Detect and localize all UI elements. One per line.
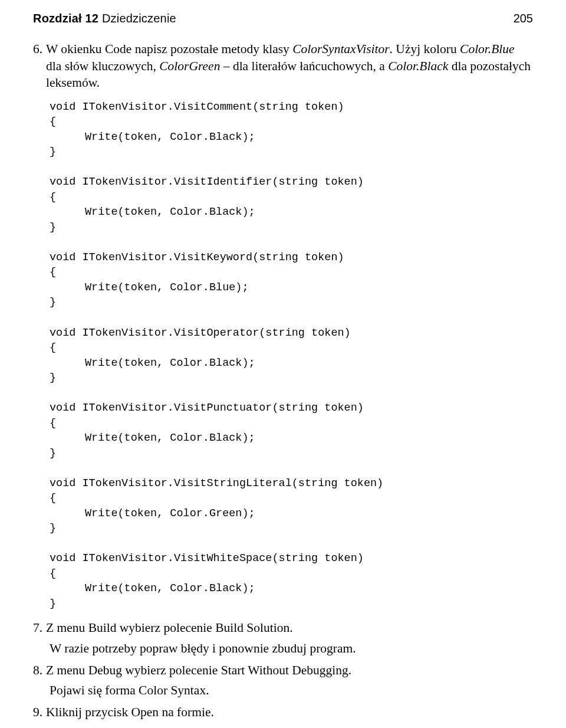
code-l18: Write(token, Color.Black); — [85, 356, 255, 371]
chapter-label: Rozdział 12 — [33, 12, 98, 25]
code-l6: void ITokenVisitor.VisitIdentifier(strin… — [50, 176, 364, 188]
step-6: 6. W okienku Code napisz pozostałe metod… — [33, 41, 533, 91]
code-l17: { — [50, 342, 56, 354]
code-l11: void ITokenVisitor.VisitKeyword(string t… — [50, 251, 344, 264]
step-6-body: W okienku Code napisz pozostałe metody k… — [46, 41, 533, 91]
code-l24: } — [50, 447, 56, 460]
code-l16: void ITokenVisitor.VisitOperator(string … — [50, 327, 351, 339]
page-header: Rozdział 12 Dziedziczenie 205 — [33, 12, 533, 25]
step-8-body: Z menu Debug wybierz polecenie Start Wit… — [46, 662, 533, 679]
header-left: Rozdział 12 Dziedziczenie — [33, 12, 176, 25]
step-8-num: 8. — [33, 662, 46, 679]
step-9-sub: W polu wzbogaconego tekstu ukaże się kod… — [50, 724, 533, 728]
step-9-num: 9. — [33, 704, 46, 721]
code-l14: } — [50, 296, 56, 309]
step-9-body: Kliknij przycisk Open na formie. — [46, 704, 533, 721]
step-7-line1: Z menu Build wybierz polecenie Build Sol… — [46, 621, 293, 635]
code-l21: void ITokenVisitor.VisitPunctuator(strin… — [50, 402, 364, 414]
step-6-color-2: ColorGreen — [159, 59, 220, 73]
code-l28: Write(token, Color.Green); — [85, 506, 255, 522]
step-6-class-1: ColorSyntaxVisitor — [292, 42, 389, 56]
code-l26: void ITokenVisitor.VisitStringLiteral(st… — [50, 477, 383, 490]
step-8-line2: Pojawi się forma Color Syntax. — [50, 683, 209, 697]
step-8-sub: Pojawi się forma Color Syntax. — [50, 682, 533, 699]
step-6-color-3: Color.Black — [388, 59, 448, 73]
step-6-text-4: – dla literałów łańcuchowych, a — [220, 59, 388, 73]
code-l3: Write(token, Color.Black); — [85, 130, 255, 145]
code-block: void ITokenVisitor.VisitComment(string t… — [50, 100, 533, 612]
step-9: 9. Kliknij przycisk Open na formie. — [33, 704, 533, 721]
code-l33: Write(token, Color.Black); — [85, 581, 255, 596]
step-6-text-3: dla słów kluczowych, — [46, 59, 159, 73]
step-7: 7. Z menu Build wybierz polecenie Build … — [33, 619, 533, 637]
page-number: 205 — [514, 12, 533, 25]
step-7-body: Z menu Build wybierz polecenie Build Sol… — [46, 619, 533, 637]
step-7-num: 7. — [33, 619, 46, 637]
code-l7: { — [50, 191, 56, 204]
code-l2: { — [50, 116, 56, 128]
code-l23: Write(token, Color.Black); — [85, 431, 255, 446]
step-7-line2: W razie potrzeby popraw błędy i ponownie… — [50, 641, 356, 655]
code-l19: } — [50, 372, 56, 384]
code-l22: { — [50, 417, 56, 429]
chapter-title: Dziedziczenie — [102, 12, 176, 25]
page-container: Rozdział 12 Dziedziczenie 205 6. W okien… — [0, 0, 566, 728]
step-7-sub: W razie potrzeby popraw błędy i ponownie… — [50, 640, 533, 657]
code-l4: } — [50, 146, 56, 158]
step-9-line1: Kliknij przycisk Open na formie. — [46, 705, 214, 719]
step-6-text-1: W okienku Code napisz pozostałe metody k… — [46, 42, 292, 56]
body: 6. W okienku Code napisz pozostałe metod… — [33, 41, 533, 728]
code-l31: void ITokenVisitor.VisitWhiteSpace(strin… — [50, 552, 364, 565]
code-l13: Write(token, Color.Blue); — [85, 280, 249, 296]
code-l29: } — [50, 522, 56, 534]
step-6-num: 6. — [33, 41, 46, 91]
step-6-color-1: Color.Blue — [460, 42, 515, 56]
code-l34: } — [50, 598, 56, 610]
code-l27: { — [50, 492, 56, 504]
code-l1: void ITokenVisitor.VisitComment(string t… — [50, 101, 344, 113]
code-l12: { — [50, 266, 56, 278]
step-9-line2: W polu wzbogaconego tekstu ukaże się kod… — [50, 725, 495, 728]
code-l8: Write(token, Color.Black); — [85, 205, 255, 220]
code-l32: { — [50, 568, 56, 580]
code-l9: } — [50, 221, 56, 234]
step-8-line1: Z menu Debug wybierz polecenie Start Wit… — [46, 663, 351, 677]
step-6-text-2: . Użyj koloru — [390, 42, 460, 56]
step-8: 8. Z menu Debug wybierz polecenie Start … — [33, 662, 533, 679]
